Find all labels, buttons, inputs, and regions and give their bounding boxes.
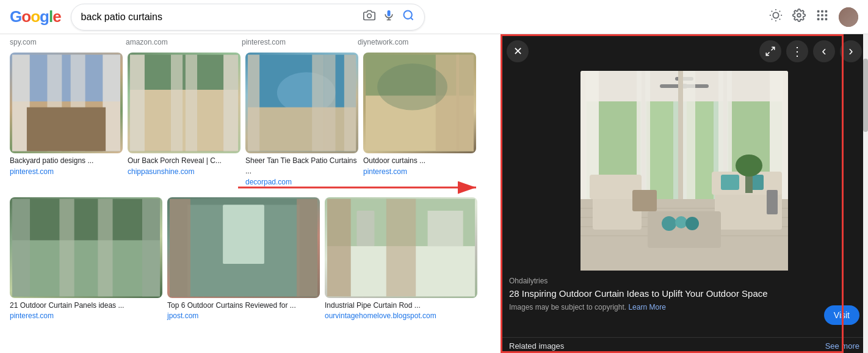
image-grid-row2: 21 Outdoor Curtain Panels ideas ... pint… xyxy=(10,195,491,323)
svg-rect-61 xyxy=(297,198,317,296)
copyright-text: Images may be subject to copyright. xyxy=(509,303,626,311)
settings-icon[interactable] xyxy=(792,9,806,25)
svg-line-5 xyxy=(410,18,413,20)
image-item-7[interactable]: Industrial Pipe Curtain Rod ... ourvinta… xyxy=(325,197,477,321)
related-images-label: Related images xyxy=(509,341,564,351)
see-more-link[interactable]: See more xyxy=(825,341,859,351)
svg-rect-16 xyxy=(817,10,820,13)
svg-rect-34 xyxy=(130,55,145,151)
preview-panel: ✕ ⋮ ‹ › xyxy=(501,34,868,353)
image-item-3[interactable]: Sheer Tan Tie Back Patio Curtains ... de… xyxy=(245,53,358,186)
svg-point-49 xyxy=(377,64,447,111)
image-thumb-5 xyxy=(10,197,162,298)
expand-button[interactable] xyxy=(759,40,781,62)
image-caption-4: Outdoor curtains ... xyxy=(363,156,476,166)
svg-rect-36 xyxy=(171,55,183,151)
brightness-icon[interactable] xyxy=(769,9,783,25)
image-caption-7: Industrial Pipe Curtain Rod ... xyxy=(325,300,477,311)
scrollbar[interactable] xyxy=(863,34,868,353)
search-icon[interactable] xyxy=(402,9,414,24)
camera-icon[interactable] xyxy=(363,9,375,24)
svg-rect-35 xyxy=(223,55,238,151)
header: Google back patio curtains xyxy=(0,0,868,34)
svg-rect-20 xyxy=(821,14,823,16)
svg-rect-59 xyxy=(223,205,264,264)
preview-image xyxy=(580,71,788,303)
svg-point-4 xyxy=(403,11,411,19)
source-label-2: amazon.com xyxy=(126,38,242,46)
image-thumb-7 xyxy=(325,197,477,298)
image-item-4[interactable]: Outdoor curtains ... pinterest.com xyxy=(363,53,476,186)
svg-rect-54 xyxy=(59,198,74,296)
image-item-2[interactable]: Our Back Porch Reveal | C... chippasunsh… xyxy=(128,53,241,186)
mic-icon[interactable] xyxy=(383,9,395,24)
svg-point-15 xyxy=(797,13,801,17)
visit-button[interactable]: Visit xyxy=(824,305,859,325)
svg-point-6 xyxy=(773,12,778,18)
preview-site: Ohdailytries xyxy=(509,277,859,285)
next-icon: › xyxy=(848,45,853,58)
preview-copyright: Images may be subject to copyright. Lear… xyxy=(509,303,859,311)
preview-image-container xyxy=(580,71,788,303)
google-logo: Google xyxy=(10,7,61,26)
svg-rect-42 xyxy=(344,55,356,151)
svg-point-101 xyxy=(662,216,676,231)
svg-rect-43 xyxy=(312,55,324,151)
image-item-1[interactable]: Backyard patio designs ... pinterest.com xyxy=(10,53,123,186)
image-caption-2: Our Back Porch Reveal | C... xyxy=(128,156,241,166)
svg-line-10 xyxy=(779,19,780,20)
svg-rect-44 xyxy=(324,55,335,151)
svg-rect-33 xyxy=(130,90,238,151)
image-source-4: pinterest.com xyxy=(363,167,476,176)
source-label-4: diynetwork.com xyxy=(358,38,474,46)
more-icon: ⋮ xyxy=(791,45,803,57)
svg-rect-1 xyxy=(387,10,390,16)
avatar[interactable] xyxy=(839,7,858,27)
learn-more-link[interactable]: Learn More xyxy=(628,303,665,311)
svg-line-13 xyxy=(772,19,772,20)
apps-icon[interactable] xyxy=(816,9,829,25)
results-panel: spy.com amazon.com pinterest.com diynetw… xyxy=(0,34,501,353)
image-source-5: pinterest.com xyxy=(10,311,162,320)
image-caption-3: Sheer Tan Tie Back Patio Curtains ... xyxy=(245,156,358,176)
svg-rect-52 xyxy=(12,198,30,296)
svg-rect-24 xyxy=(825,18,828,21)
svg-rect-17 xyxy=(821,10,823,13)
image-item-5[interactable]: 21 Outdoor Curtain Panels ideas ... pint… xyxy=(10,197,162,321)
image-source-7: ourvintagehomelove.blogspot.com xyxy=(325,311,477,320)
svg-rect-40 xyxy=(248,107,356,151)
svg-point-103 xyxy=(685,217,699,230)
image-thumb-3 xyxy=(245,53,358,153)
source-labels-row: spy.com amazon.com pinterest.com diynetw… xyxy=(10,34,491,50)
image-caption-5: 21 Outdoor Curtain Panels ideas ... xyxy=(10,300,162,311)
next-button[interactable]: › xyxy=(840,40,862,62)
scrollbar-thumb[interactable] xyxy=(863,59,868,132)
svg-rect-100 xyxy=(648,211,721,248)
preview-title: 28 Inspiring Outdoor Curtain Ideas to Up… xyxy=(509,288,859,300)
search-input[interactable]: back patio curtains xyxy=(81,12,363,23)
search-bar[interactable]: back patio curtains xyxy=(71,4,425,31)
image-source-3: decorpad.com xyxy=(245,178,358,186)
preview-toolbar: ✕ ⋮ ‹ › xyxy=(507,40,862,62)
source-label-3: pinterest.com xyxy=(242,38,358,46)
preview-close-button[interactable]: ✕ xyxy=(507,40,529,62)
svg-line-9 xyxy=(772,11,772,12)
prev-button[interactable]: ‹ xyxy=(813,40,835,62)
svg-rect-51 xyxy=(12,240,160,296)
image-thumb-2 xyxy=(128,53,241,153)
close-icon: ✕ xyxy=(513,45,523,58)
image-thumb-4 xyxy=(363,53,476,153)
image-source-6: jpost.com xyxy=(167,311,320,320)
image-caption-1: Backyard patio designs ... xyxy=(10,156,123,166)
svg-rect-60 xyxy=(170,198,190,296)
svg-rect-18 xyxy=(825,10,828,13)
main-content: spy.com amazon.com pinterest.com diynetw… xyxy=(0,34,868,353)
image-grid-row1: Backyard patio designs ... pinterest.com… xyxy=(10,50,491,189)
svg-point-105 xyxy=(736,155,762,176)
prev-icon: ‹ xyxy=(822,45,826,58)
image-caption-6: Top 6 Outdoor Curtains Reviewed for ... xyxy=(167,300,320,311)
image-item-6[interactable]: Top 6 Outdoor Curtains Reviewed for ... … xyxy=(167,197,320,321)
svg-rect-48 xyxy=(456,55,474,151)
more-options-button[interactable]: ⋮ xyxy=(786,40,808,62)
svg-rect-98 xyxy=(721,175,739,190)
